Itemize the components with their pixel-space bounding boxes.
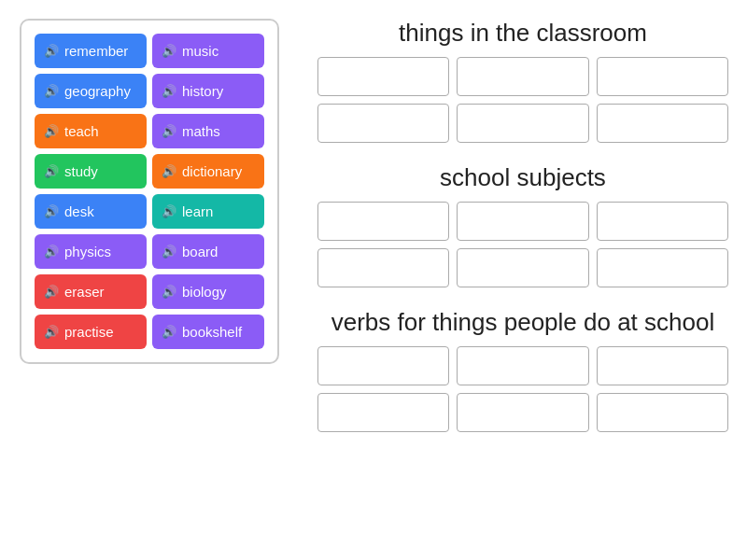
word-btn-teach[interactable]: 🔊teach (35, 114, 147, 148)
drop-cell[interactable] (597, 393, 728, 432)
word-btn-biology[interactable]: 🔊biology (152, 274, 264, 309)
word-label-biology: biology (182, 284, 227, 300)
speaker-icon: 🔊 (44, 164, 59, 178)
drop-cell[interactable] (317, 202, 449, 241)
word-label-study: study (64, 163, 98, 179)
speaker-icon: 🔊 (44, 285, 59, 299)
word-btn-maths[interactable]: 🔊maths (152, 114, 264, 148)
speaker-icon: 🔊 (162, 124, 176, 138)
category-title-verbs: verbs for things people do at school (317, 308, 728, 337)
drop-cell[interactable] (457, 202, 588, 241)
category-title-classroom: things in the classroom (317, 19, 728, 48)
speaker-icon: 🔊 (162, 285, 176, 299)
speaker-icon: 🔊 (162, 325, 176, 339)
category-section-verbs: verbs for things people do at school (317, 308, 728, 445)
word-btn-eraser[interactable]: 🔊eraser (35, 274, 147, 309)
word-label-desk: desk (64, 203, 94, 219)
drop-cell[interactable] (597, 346, 728, 385)
word-label-board: board (182, 244, 218, 259)
category-section-subjects: school subjects (317, 163, 728, 301)
word-list-panel: 🔊remember🔊music🔊geography🔊history🔊teach🔊… (0, 0, 299, 560)
speaker-icon: 🔊 (162, 84, 176, 98)
drop-cell[interactable] (317, 57, 449, 96)
drop-cell[interactable] (597, 104, 728, 143)
word-btn-dictionary[interactable]: 🔊dictionary (152, 154, 264, 189)
word-label-practise: practise (64, 324, 114, 340)
word-label-remember: remember (64, 43, 128, 59)
word-btn-learn[interactable]: 🔊learn (152, 194, 264, 229)
drop-cell[interactable] (457, 346, 588, 385)
word-btn-study[interactable]: 🔊study (35, 154, 147, 189)
drop-grid-subjects (317, 202, 728, 287)
word-label-bookshelf: bookshelf (182, 324, 242, 340)
word-grid: 🔊remember🔊music🔊geography🔊history🔊teach🔊… (20, 19, 279, 364)
word-label-history: history (182, 83, 223, 99)
word-label-music: music (182, 43, 218, 59)
drop-cell[interactable] (597, 248, 728, 287)
word-btn-physics[interactable]: 🔊physics (35, 234, 147, 269)
speaker-icon: 🔊 (162, 44, 176, 58)
word-btn-geography[interactable]: 🔊geography (35, 74, 147, 108)
word-label-dictionary: dictionary (182, 163, 242, 179)
word-btn-practise[interactable]: 🔊practise (35, 315, 147, 349)
drop-grid-classroom (317, 57, 728, 143)
word-btn-music[interactable]: 🔊music (152, 34, 264, 68)
word-btn-bookshelf[interactable]: 🔊bookshelf (152, 315, 264, 349)
category-title-subjects: school subjects (317, 163, 728, 192)
speaker-icon: 🔊 (162, 204, 176, 218)
categories-panel: things in the classroomschool subjectsve… (299, 0, 747, 560)
drop-cell[interactable] (457, 104, 588, 143)
drop-cell[interactable] (457, 248, 588, 287)
speaker-icon: 🔊 (44, 325, 59, 339)
speaker-icon: 🔊 (44, 245, 59, 259)
speaker-icon: 🔊 (44, 44, 59, 58)
speaker-icon: 🔊 (44, 124, 59, 138)
word-label-eraser: eraser (64, 284, 105, 300)
drop-cell[interactable] (457, 57, 588, 96)
word-btn-history[interactable]: 🔊history (152, 74, 264, 108)
speaker-icon: 🔊 (44, 84, 59, 98)
word-label-geography: geography (64, 83, 131, 99)
speaker-icon: 🔊 (162, 245, 176, 259)
word-label-maths: maths (182, 123, 220, 139)
drop-cell[interactable] (597, 202, 728, 241)
speaker-icon: 🔊 (162, 164, 176, 178)
drop-grid-verbs (317, 346, 728, 432)
speaker-icon: 🔊 (44, 204, 59, 218)
word-label-physics: physics (64, 244, 111, 259)
drop-cell[interactable] (317, 393, 449, 432)
drop-cell[interactable] (317, 346, 449, 385)
word-btn-desk[interactable]: 🔊desk (35, 194, 147, 229)
drop-cell[interactable] (597, 57, 728, 96)
category-section-classroom: things in the classroom (317, 19, 728, 156)
word-label-teach: teach (64, 123, 99, 139)
drop-cell[interactable] (317, 248, 449, 287)
drop-cell[interactable] (457, 393, 588, 432)
drop-cell[interactable] (317, 104, 449, 143)
word-btn-board[interactable]: 🔊board (152, 234, 264, 269)
word-label-learn: learn (182, 203, 213, 219)
word-btn-remember[interactable]: 🔊remember (35, 34, 147, 68)
